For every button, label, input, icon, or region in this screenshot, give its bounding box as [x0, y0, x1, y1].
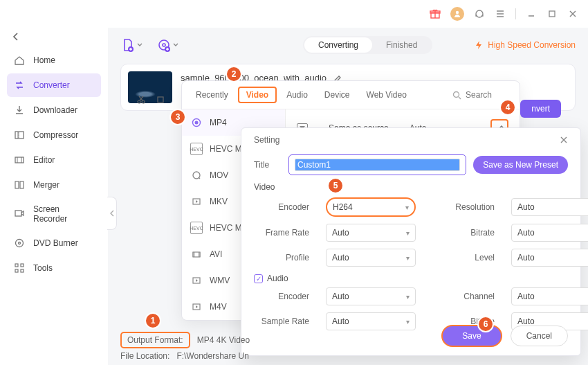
- back-icon[interactable]: [7, 28, 101, 48]
- title-input[interactable]: Custom1: [288, 154, 466, 175]
- editor-icon: [14, 154, 25, 166]
- samplerate-select[interactable]: Auto▾: [326, 312, 416, 330]
- tools-icon: [14, 262, 25, 274]
- sidebar-item-label: Screen Recorder: [33, 204, 94, 224]
- tab-converting[interactable]: Converting: [304, 37, 372, 53]
- crop-icon[interactable]: [156, 95, 165, 105]
- sidebar-item-label: Merger: [33, 180, 59, 190]
- format-tab-web[interactable]: Web Video: [360, 87, 414, 103]
- svg-rect-4: [549, 11, 555, 17]
- bottom-strip: Output Format: MP4 4K Video File Locatio…: [120, 329, 250, 361]
- support-icon[interactable]: [474, 8, 485, 19]
- framerate-select[interactable]: Auto▾: [326, 224, 416, 242]
- sidebar-item-tools[interactable]: Tools: [7, 256, 101, 280]
- title-value: Custom1: [295, 159, 460, 171]
- high-speed-toggle[interactable]: High Speed Conversion: [474, 40, 576, 50]
- format-label: AVI: [210, 249, 222, 259]
- profile-label: Profile: [254, 253, 309, 262]
- svg-rect-28: [193, 252, 200, 257]
- save-button[interactable]: Save: [441, 325, 502, 347]
- add-file-button[interactable]: [120, 37, 143, 53]
- channel-select[interactable]: Auto▾: [511, 287, 588, 305]
- svg-point-21: [142, 100, 145, 103]
- sidebar-item-label: Downloader: [33, 105, 77, 115]
- video-bitrate-select[interactable]: Auto▾: [511, 224, 588, 242]
- sidebar-item-compressor[interactable]: Compressor: [7, 123, 101, 147]
- callout-badge-3: 3: [171, 110, 185, 124]
- svg-point-23: [454, 91, 459, 97]
- sidebar-item-label: Tools: [33, 263, 53, 273]
- sidebar-item-converter[interactable]: Converter: [7, 73, 101, 97]
- topbar: Converting Finished High Speed Conversio…: [120, 36, 576, 54]
- svg-rect-7: [15, 181, 19, 188]
- profile-select[interactable]: Auto▾: [326, 249, 416, 267]
- svg-rect-15: [21, 269, 24, 272]
- titlebar: [0, 0, 588, 28]
- file-location-label: File Location:: [120, 351, 169, 361]
- svg-point-10: [16, 240, 24, 247]
- avi-icon: [190, 248, 203, 260]
- status-tabs: Converting Finished: [303, 36, 432, 54]
- close-icon[interactable]: [567, 8, 578, 19]
- search-input[interactable]: [466, 90, 507, 100]
- menu-icon[interactable]: [495, 8, 506, 19]
- m4v-icon: [190, 301, 203, 313]
- sidebar-collapse-icon[interactable]: [107, 197, 117, 230]
- output-format-label: Output Format:: [120, 332, 190, 348]
- sidebar-item-dvd-burner[interactable]: DVD Burner: [7, 231, 101, 255]
- audio-checkbox[interactable]: ✓: [254, 274, 263, 283]
- svg-rect-12: [15, 264, 18, 267]
- sidebar-item-editor[interactable]: Editor: [7, 148, 101, 172]
- merger-icon: [14, 179, 25, 190]
- trim-icon[interactable]: [136, 95, 146, 105]
- svg-rect-22: [158, 97, 163, 103]
- format-label: MOV: [210, 170, 228, 180]
- home-icon: [14, 55, 25, 66]
- convert-button[interactable]: nvert: [520, 100, 561, 118]
- svg-rect-9: [15, 211, 21, 216]
- audio-section-heading: Audio: [267, 274, 288, 283]
- sidebar-item-downloader[interactable]: Downloader: [7, 98, 101, 122]
- svg-rect-8: [20, 181, 24, 188]
- minimize-icon[interactable]: [526, 8, 537, 19]
- gift-icon[interactable]: [430, 8, 441, 19]
- wmv-icon: [190, 274, 203, 287]
- svg-point-20: [138, 100, 140, 103]
- format-tab-recently[interactable]: Recently: [189, 87, 235, 103]
- format-search[interactable]: [447, 87, 513, 103]
- sidebar-item-label: Converter: [33, 80, 70, 90]
- cancel-button[interactable]: Cancel: [511, 326, 568, 346]
- format-label: MKV: [210, 197, 228, 206]
- close-icon[interactable]: [560, 136, 568, 144]
- video-section-heading: Video: [254, 182, 568, 192]
- audio-encoder-select[interactable]: Auto▾: [326, 287, 416, 305]
- samplerate-label: Sample Rate: [254, 317, 309, 326]
- sidebar-item-merger[interactable]: Merger: [7, 173, 101, 197]
- sidebar-item-home[interactable]: Home: [7, 48, 101, 72]
- save-preset-button[interactable]: Save as New Preset: [473, 156, 568, 174]
- output-format-value[interactable]: MP4 4K Video: [197, 335, 250, 345]
- format-label: MP4: [210, 118, 227, 127]
- svg-rect-13: [21, 264, 24, 267]
- resolution-select[interactable]: Auto▾: [511, 198, 588, 216]
- callout-badge-6: 6: [479, 317, 493, 331]
- level-select[interactable]: Auto▾: [511, 249, 588, 267]
- high-speed-label: High Speed Conversion: [488, 40, 576, 50]
- video-encoder-select[interactable]: H264▾: [326, 197, 416, 217]
- hevc-icon: HEVC: [190, 222, 203, 234]
- format-tab-device[interactable]: Device: [318, 87, 357, 103]
- file-location-value[interactable]: F:\Wondershare Un: [176, 351, 249, 361]
- format-label: WMV: [210, 276, 230, 285]
- settings-title: Setting: [254, 135, 279, 145]
- converter-icon: [14, 80, 25, 91]
- add-dvd-button[interactable]: [156, 37, 178, 53]
- sidebar-item-screen-recorder[interactable]: Screen Recorder: [7, 198, 101, 230]
- mkv-icon: [190, 195, 203, 208]
- maximize-icon[interactable]: [546, 8, 558, 19]
- sidebar-item-label: DVD Burner: [33, 238, 78, 248]
- avatar[interactable]: [450, 7, 464, 21]
- format-tab-audio[interactable]: Audio: [279, 87, 315, 103]
- tab-finished[interactable]: Finished: [372, 37, 431, 53]
- callout-badge-5: 5: [329, 179, 342, 193]
- format-tab-video[interactable]: Video: [238, 87, 277, 103]
